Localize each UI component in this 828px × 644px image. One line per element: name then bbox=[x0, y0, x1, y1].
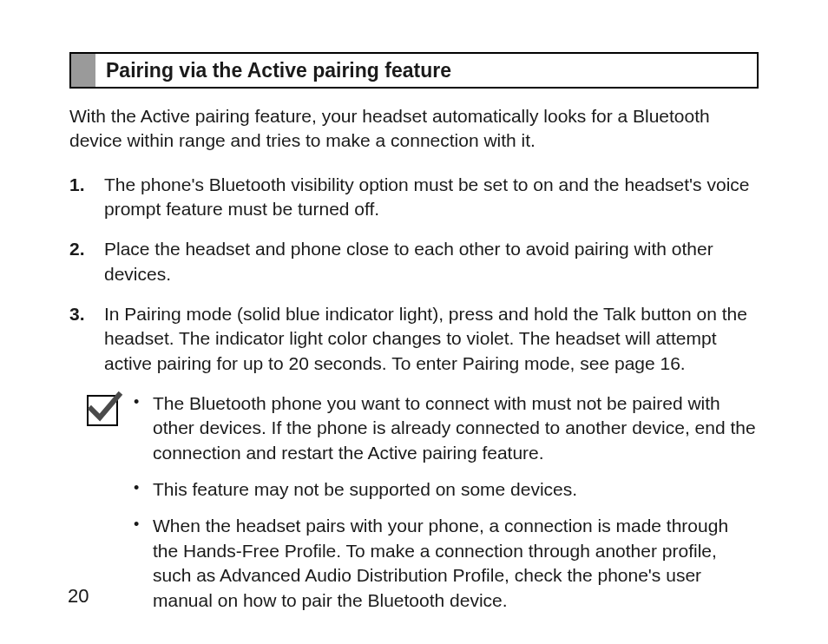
note-item: The Bluetooth phone you want to connect … bbox=[134, 391, 759, 465]
step-item: In Pairing mode (solid blue indicator li… bbox=[69, 302, 759, 376]
manual-page: Pairing via the Active pairing feature W… bbox=[0, 0, 828, 644]
step-item: Place the headset and phone close to eac… bbox=[69, 237, 759, 286]
note-item: When the headset pairs with your phone, … bbox=[134, 514, 759, 612]
note-item: This feature may not be supported on som… bbox=[134, 477, 759, 502]
section-heading-bar: Pairing via the Active pairing feature bbox=[69, 52, 759, 89]
steps-list: The phone's Bluetooth visibility option … bbox=[69, 173, 759, 376]
page-number: 20 bbox=[68, 585, 89, 608]
checkmark-icon bbox=[87, 395, 118, 426]
heading-accent-box bbox=[71, 54, 95, 87]
section-heading: Pairing via the Active pairing feature bbox=[95, 54, 462, 87]
notes-list: The Bluetooth phone you want to connect … bbox=[134, 391, 759, 625]
note-block: The Bluetooth phone you want to connect … bbox=[69, 391, 759, 625]
intro-paragraph: With the Active pairing feature, your he… bbox=[69, 104, 759, 154]
step-item: The phone's Bluetooth visibility option … bbox=[69, 173, 759, 222]
